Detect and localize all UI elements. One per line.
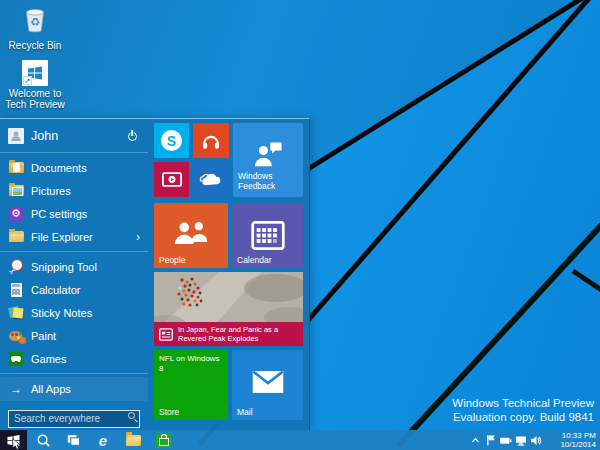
desktop-icon-label: Welcome to Tech Preview — [4, 88, 66, 110]
mouse-cursor-icon — [12, 438, 21, 450]
tile-store[interactable]: NFL on Windows 8 Store — [154, 350, 228, 420]
paint-palette-icon — [9, 329, 24, 342]
start-item-file-explorer[interactable]: File Explorer › — [0, 225, 148, 248]
search-icon — [36, 433, 51, 448]
volume-icon[interactable] — [528, 430, 543, 450]
taskbar-internet-explorer-button[interactable]: e — [89, 430, 117, 450]
flag-icon[interactable] — [483, 430, 498, 450]
tile-windows-feedback[interactable]: Windows Feedback — [233, 123, 303, 197]
tile-people[interactable]: People — [154, 203, 228, 268]
user-name: John — [31, 129, 124, 143]
game-controller-icon — [9, 352, 23, 366]
windows-logo-icon: ↗ — [22, 60, 48, 86]
store-bag-icon — [156, 433, 171, 448]
tile-skype[interactable]: S — [154, 123, 189, 158]
video-player-icon — [161, 170, 183, 190]
calendar-grid-icon — [251, 220, 285, 251]
shortcut-arrow-icon: ↗ — [23, 76, 32, 85]
sticky-notes-icon — [9, 306, 24, 320]
search-icon — [128, 412, 135, 419]
arrow-right-icon: → — [8, 382, 24, 396]
taskbar-file-explorer-button[interactable] — [119, 430, 147, 450]
system-tray: 10:33 PM 10/1/2014 — [468, 430, 600, 450]
search-box — [8, 408, 140, 428]
documents-folder-icon — [9, 162, 24, 173]
desktop-icon-label: Recycle Bin — [4, 40, 66, 51]
start-menu: John Documents Pictures PC settings Fil — [0, 118, 310, 430]
recycle-bin-icon: ♻ — [20, 4, 50, 34]
desktop: ♻ Recycle Bin ↗ Welcome to Tech Preview … — [0, 0, 600, 450]
news-icon — [159, 328, 173, 341]
start-item-calculator[interactable]: Calculator — [0, 278, 148, 301]
internet-explorer-icon: e — [99, 433, 107, 448]
feedback-person-icon — [251, 140, 285, 170]
taskbar-store-button[interactable] — [149, 430, 177, 450]
file-explorer-folder-icon — [126, 435, 141, 446]
start-item-pc-settings[interactable]: PC settings — [0, 202, 148, 225]
separator — [0, 152, 148, 153]
start-item-paint[interactable]: Paint — [0, 324, 148, 347]
battery-icon[interactable] — [498, 430, 513, 450]
search-input[interactable] — [8, 410, 140, 428]
tile-news[interactable]: In Japan, Fear and Panic as a Revered Pe… — [154, 272, 303, 346]
svg-text:♻: ♻ — [30, 16, 40, 28]
start-menu-left-column: John Documents Pictures PC settings Fil — [0, 119, 148, 430]
separator — [0, 373, 148, 374]
start-item-sticky-notes[interactable]: Sticky Notes — [0, 301, 148, 324]
watermark-line1: Windows Technical Preview — [452, 396, 594, 410]
all-apps-button[interactable]: → All Apps — [0, 377, 148, 401]
start-item-games[interactable]: Games — [0, 347, 148, 370]
tile-music[interactable] — [193, 123, 229, 158]
user-avatar-icon — [8, 128, 24, 144]
chevron-right-icon: › — [136, 230, 140, 244]
clock-date: 10/1/2014 — [546, 440, 596, 449]
news-banner: In Japan, Fear and Panic as a Revered Pe… — [154, 322, 303, 346]
headphones-icon — [200, 130, 222, 152]
tile-mail[interactable]: Mail — [232, 350, 303, 420]
desktop-icon-recycle-bin[interactable]: ♻ Recycle Bin — [4, 4, 66, 51]
tile-video[interactable] — [154, 162, 189, 197]
task-view-icon — [65, 433, 81, 447]
tile-calendar[interactable]: Calendar — [232, 203, 303, 268]
taskbar: e — [0, 430, 600, 450]
settings-gear-icon — [9, 207, 23, 221]
tile-onedrive[interactable] — [193, 162, 229, 197]
watermark-line2: Evaluation copy. Build 9841 — [452, 410, 594, 424]
separator — [0, 251, 148, 252]
news-headline: In Japan, Fear and Panic as a Revered Pe… — [178, 325, 296, 343]
clock-time: 10:33 PM — [546, 431, 596, 440]
skype-icon: S — [161, 130, 182, 151]
chevron-up-icon[interactable] — [468, 430, 483, 450]
mail-envelope-icon — [251, 370, 285, 394]
snipping-tool-icon — [9, 259, 24, 274]
pictures-folder-icon — [9, 185, 24, 196]
taskbar-task-view-button[interactable] — [59, 430, 87, 450]
cloud-icon — [198, 171, 224, 188]
network-icon[interactable] — [513, 430, 528, 450]
file-explorer-folder-icon — [9, 231, 24, 242]
start-button[interactable] — [0, 430, 27, 450]
taskbar-clock[interactable]: 10:33 PM 10/1/2014 — [546, 431, 596, 449]
start-item-pictures[interactable]: Pictures — [0, 179, 148, 202]
start-item-documents[interactable]: Documents — [0, 156, 148, 179]
start-item-snipping-tool[interactable]: Snipping Tool — [0, 255, 148, 278]
start-menu-tiles: S — [148, 119, 309, 430]
power-button[interactable] — [124, 128, 140, 144]
user-account-row[interactable]: John — [0, 123, 148, 149]
taskbar-search-button[interactable] — [29, 430, 57, 450]
power-icon — [128, 132, 137, 141]
calculator-icon — [11, 283, 22, 297]
build-watermark: Windows Technical Preview Evaluation cop… — [452, 396, 594, 424]
people-icon — [172, 220, 210, 247]
desktop-icon-welcome-tech-preview[interactable]: ↗ Welcome to Tech Preview — [4, 60, 66, 110]
store-promo-text: NFL on Windows 8 — [159, 354, 221, 374]
